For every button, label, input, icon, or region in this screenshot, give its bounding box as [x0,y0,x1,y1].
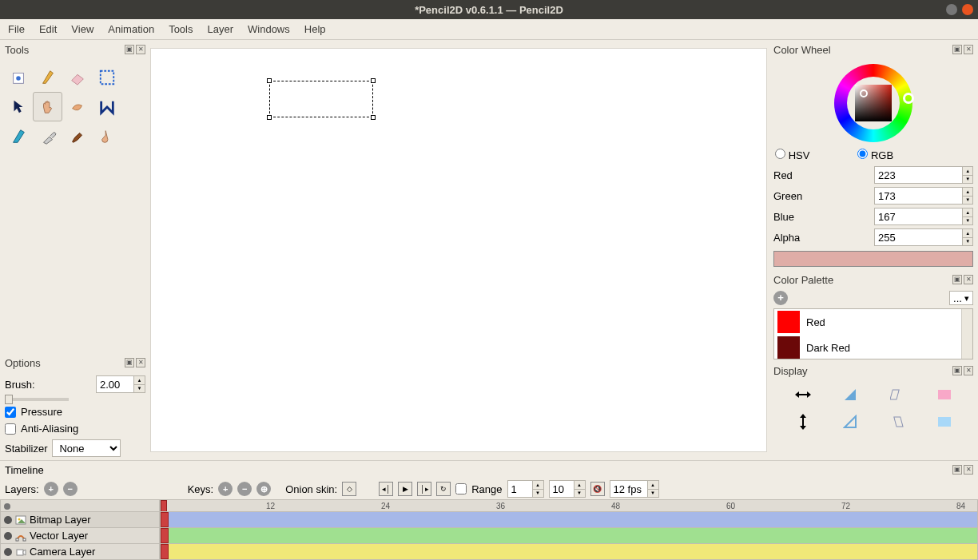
close-icon[interactable]: ✕ [964,45,973,54]
rgb-radio-label[interactable]: RGB [857,149,893,161]
undock-icon[interactable]: ▣ [952,366,962,375]
range-end-input[interactable] [550,481,574,497]
spin-down-icon[interactable]: ▼ [574,490,585,498]
palette-menu-button[interactable]: ... ▾ [949,291,973,305]
range-checkbox[interactable] [455,483,467,494]
thin-lines-button[interactable] [827,382,873,407]
visibility-icon[interactable] [4,548,12,556]
palette-item[interactable]: Dark Red [774,335,972,359]
layer-row[interactable]: Bitmap Layer [0,512,160,528]
spin-down-icon[interactable]: ▼ [963,217,972,225]
stabilizer-select[interactable]: None [52,439,121,457]
hue-cursor-icon[interactable] [903,93,914,104]
red-spinbox[interactable]: ▲▼ [874,166,973,184]
range-start-spinbox[interactable]: ▲▼ [507,480,544,498]
menu-layer[interactable]: Layer [207,23,233,35]
green-spinbox[interactable]: ▲▼ [874,187,973,205]
spin-down-icon[interactable]: ▼ [963,238,972,246]
brush-slider[interactable] [5,398,69,401]
antialias-checkbox[interactable] [5,423,16,435]
onion-next-color[interactable] [921,409,967,435]
spin-down-icon[interactable]: ▼ [648,490,658,498]
spin-down-icon[interactable]: ▼ [134,385,145,393]
blue-spinbox[interactable]: ▲▼ [874,208,973,225]
canvas[interactable] [150,48,767,452]
remove-key-button[interactable]: − [237,482,252,496]
spin-down-icon[interactable]: ▼ [963,176,972,184]
sound-button[interactable]: 🔇 [590,482,605,496]
rgb-radio[interactable] [857,149,868,159]
layer-row[interactable]: Camera Layer [0,544,160,560]
add-key-button[interactable]: + [218,482,233,496]
spin-up-icon[interactable]: ▲ [963,188,972,197]
loop-button[interactable]: ↻ [436,482,451,496]
track-camera[interactable] [160,544,978,560]
menu-view[interactable]: View [71,23,93,35]
fps-spinbox[interactable]: ▲▼ [610,480,659,498]
visibility-icon[interactable] [4,532,12,540]
layer-row[interactable]: Vector Layer [0,528,160,544]
spin-up-icon[interactable]: ▲ [963,229,972,238]
close-icon[interactable]: ✕ [136,45,145,54]
menu-windows[interactable]: Windows [248,23,290,35]
last-frame-button[interactable]: │▸ [417,482,431,496]
onion-prev-button[interactable] [874,382,920,407]
undock-icon[interactable]: ▣ [952,45,962,54]
layer-visibility-header[interactable] [0,499,160,512]
pressure-checkbox[interactable] [5,407,16,418]
eyedropper-tool[interactable] [33,121,62,151]
keyframe[interactable] [161,528,169,543]
palette-list[interactable]: Red Dark Red [773,308,973,359]
menu-help[interactable]: Help [304,23,326,35]
close-icon[interactable]: ✕ [964,465,973,475]
onion-prev-color[interactable] [921,382,967,407]
polyline-tool[interactable] [92,92,121,121]
duplicate-key-button[interactable]: ⊕ [256,482,271,496]
alpha-spinbox[interactable]: ▲▼ [874,228,973,246]
clear-tool[interactable] [3,62,33,92]
selection-handle-nw[interactable] [267,78,272,83]
undock-icon[interactable]: ▣ [125,45,134,54]
visibility-icon[interactable] [4,516,12,524]
spin-up-icon[interactable]: ▲ [963,167,972,176]
mirror-v-button[interactable] [780,409,825,435]
first-frame-button[interactable]: ◂│ [379,482,393,496]
spin-down-icon[interactable]: ▼ [963,197,972,205]
close-icon[interactable]: ✕ [136,358,145,367]
brush-size-input[interactable] [97,376,133,392]
spin-up-icon[interactable]: ▲ [648,481,658,490]
spin-up-icon[interactable]: ▲ [963,209,972,217]
hsv-radio-label[interactable]: HSV [775,149,809,161]
selection-handle-ne[interactable] [371,78,376,83]
add-color-button[interactable]: + [773,291,788,305]
alpha-input[interactable] [875,229,962,245]
mirror-h-button[interactable] [780,382,825,407]
spin-up-icon[interactable]: ▲ [574,481,585,490]
close-button[interactable] [962,4,973,15]
minimize-button[interactable] [946,4,957,15]
pen-tool[interactable] [3,121,33,151]
onion-next-button[interactable] [874,409,920,435]
blue-input[interactable] [875,209,962,224]
sv-cursor-icon[interactable] [860,89,868,97]
hsv-radio[interactable] [775,149,785,159]
menu-file[interactable]: File [8,23,25,35]
undock-icon[interactable]: ▣ [952,465,962,475]
bucket-tool[interactable] [92,121,121,151]
outlines-button[interactable] [827,409,873,435]
spin-up-icon[interactable]: ▲ [134,376,145,385]
selection-handle-sw[interactable] [267,115,272,120]
range-start-input[interactable] [508,481,532,497]
smudge-tool[interactable] [62,92,92,121]
scrollbar[interactable] [961,309,972,359]
red-input[interactable] [875,167,962,183]
selection-handle-se[interactable] [371,115,376,120]
spin-down-icon[interactable]: ▼ [533,490,543,498]
close-icon[interactable]: ✕ [964,366,973,375]
close-icon[interactable]: ✕ [964,275,973,284]
undock-icon[interactable]: ▣ [952,275,962,284]
brush-size-spinbox[interactable]: ▲▼ [96,375,145,393]
play-button[interactable]: ▶ [398,482,412,496]
keyframe[interactable] [161,544,169,559]
timeline-ruler[interactable]: 12 24 36 48 60 72 84 [160,499,978,512]
